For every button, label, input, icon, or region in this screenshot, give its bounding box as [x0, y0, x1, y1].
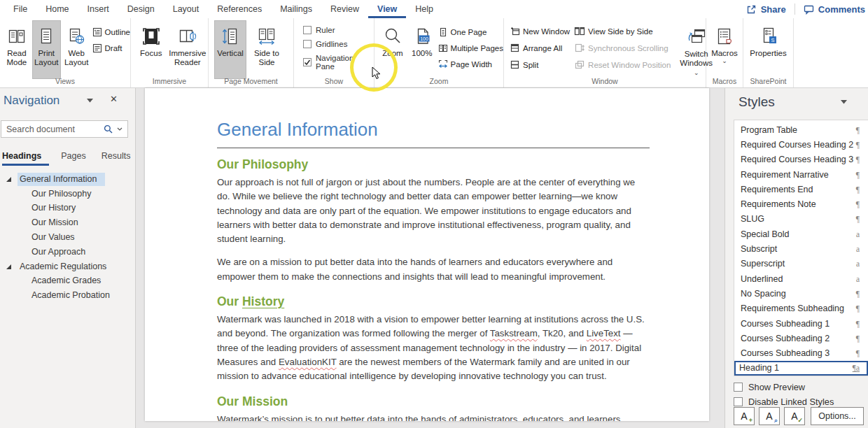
checkbox-unchecked-icon [734, 383, 743, 392]
nav-tab-pages[interactable]: Pages [53, 148, 93, 166]
group-page-movement: Vertical Side to Side Page Movement [209, 18, 294, 87]
tab-design[interactable]: Design [118, 0, 164, 18]
close-icon[interactable]: ✕ [110, 94, 118, 104]
nav-item-general-information[interactable]: General Information [0, 172, 134, 187]
nav-item-academic-regulations[interactable]: Academic Regulations [0, 259, 134, 274]
draft-button[interactable]: Draft [92, 41, 130, 55]
word-window: File Home Insert Design Layout Reference… [0, 0, 868, 428]
immersive-reader-icon [177, 24, 198, 48]
one-page-button[interactable]: One Page [438, 25, 503, 38]
split-icon [510, 59, 520, 70]
immersive-reader-button[interactable]: Immersive Reader [167, 20, 208, 79]
style-item-superscript[interactable]: Superscripta [734, 257, 868, 271]
collapse-triangle-icon[interactable] [6, 264, 11, 269]
styles-pane: Styles Program Table¶ Required Courses H… [724, 88, 868, 428]
style-item-courses-subheading-3[interactable]: Courses Subheading 3¶ [734, 345, 868, 360]
style-item-no-spacing[interactable]: No Spacing¶ [734, 286, 868, 301]
navigation-pane-title: Navigation [4, 94, 59, 108]
nav-item-our-approach[interactable]: Our Approach [0, 245, 134, 259]
manage-styles-button[interactable]: A✓ [784, 407, 805, 425]
nav-item-our-values[interactable]: Our Values [0, 230, 134, 245]
view-side-by-side-button[interactable]: View Side by Side [574, 24, 671, 38]
magnifier-icon: ⌕ [774, 418, 778, 424]
page-width-button[interactable]: Page Width [438, 57, 503, 71]
macros-button[interactable]: Macros ⌄ [707, 20, 742, 79]
tab-review[interactable]: Review [321, 0, 368, 18]
zoom-100-icon: 100 [412, 24, 433, 48]
chevron-down-icon: ⌄ [722, 58, 727, 64]
new-window-button[interactable]: New Window [510, 24, 570, 38]
style-inspector-button[interactable]: A⌕ [759, 407, 780, 425]
style-item-program-table[interactable]: Program Table¶ [734, 122, 868, 137]
tab-layout[interactable]: Layout [164, 0, 209, 18]
vertical-icon [220, 24, 241, 48]
print-layout-icon [36, 24, 57, 48]
search-input[interactable] [5, 124, 104, 135]
tab-home[interactable]: Home [36, 0, 78, 18]
style-item-heading-1[interactable]: Heading 1¶a [734, 361, 868, 376]
share-button[interactable]: Share [738, 0, 794, 18]
style-item-subscript[interactable]: Subscripta [734, 241, 868, 256]
tab-insert[interactable]: Insert [78, 0, 118, 18]
comments-button[interactable]: Comments [795, 0, 868, 18]
style-item-required-courses-heading-2[interactable]: Required Courses Heading 2¶ [734, 137, 868, 152]
style-item-requirements-end[interactable]: Requirements End¶ [734, 182, 868, 197]
properties-button[interactable]: S Properties [747, 20, 790, 79]
nav-tab-results[interactable]: Results [94, 148, 139, 166]
page-width-icon [438, 59, 448, 69]
nav-item-academic-probation[interactable]: Academic Probation [0, 288, 134, 303]
nav-item-our-philosophy[interactable]: Our Philosophy [0, 187, 134, 201]
nav-item-academic-grades[interactable]: Academic Grades [0, 274, 134, 289]
group-label-window: Window [504, 77, 706, 85]
arrange-all-button[interactable]: Arrange All [510, 41, 570, 55]
search-icon[interactable] [104, 124, 113, 134]
outline-button[interactable]: Outline [92, 25, 130, 38]
tab-file[interactable]: File [4, 0, 36, 18]
tab-help[interactable]: Help [406, 0, 442, 18]
ruler-checkbox[interactable]: Ruler [303, 26, 374, 34]
history-heading: Our History [217, 294, 650, 309]
history-heading-underlined: History [242, 294, 284, 308]
style-item-courses-subheading-2[interactable]: Courses Subheading 2¶ [734, 331, 868, 345]
nav-item-our-history[interactable]: Our History [0, 201, 134, 216]
tab-view[interactable]: View [368, 0, 406, 18]
print-layout-button[interactable]: Print Layout [32, 20, 61, 79]
style-item-underlined[interactable]: Underlineda [734, 271, 868, 286]
tab-references[interactable]: References [208, 0, 271, 18]
disable-linked-styles-checkbox[interactable]: Disable Linked Styles [734, 397, 834, 407]
mission-heading: Our Mission [217, 394, 650, 409]
nav-item-our-mission[interactable]: Our Mission [0, 215, 134, 230]
share-icon [746, 4, 757, 15]
synchronous-scrolling-button: Synchronous Scrolling [574, 41, 671, 55]
style-item-requirements-note[interactable]: Requirements Note¶ [734, 197, 868, 211]
styles-options-button[interactable]: Options... [811, 407, 864, 425]
nav-tab-headings[interactable]: Headings [2, 148, 49, 166]
collapse-triangle-icon[interactable] [6, 177, 11, 182]
plus-icon: + [749, 418, 752, 424]
group-window: New Window Arrange All Split View Side b… [504, 18, 706, 87]
search-options-chevron-icon[interactable] [117, 127, 122, 131]
document-page[interactable]: General Information Our Philosophy Our a… [145, 88, 709, 421]
styles-pane-menu-icon[interactable] [841, 100, 847, 104]
web-layout-button[interactable]: Web Layout [62, 20, 91, 79]
style-item-slug[interactable]: SLUG¶ [734, 212, 868, 227]
navigation-pane-menu-icon[interactable] [87, 99, 93, 103]
view-side-by-side-icon [574, 26, 585, 36]
vertical-button[interactable]: Vertical [214, 20, 246, 79]
read-mode-button[interactable]: Read Mode [3, 20, 31, 79]
split-button[interactable]: Split [510, 58, 570, 71]
zoom-100-button[interactable]: 100 100% [408, 20, 436, 79]
web-layout-icon [66, 24, 87, 48]
tab-mailings[interactable]: Mailings [271, 0, 321, 18]
style-item-requirement-narrative[interactable]: Requirement Narrative¶ [734, 167, 868, 182]
style-item-requirements-subheading[interactable]: Requirements Subheading¶ [734, 301, 868, 316]
multiple-pages-button[interactable]: Multiple Pages [438, 41, 503, 55]
side-to-side-icon [256, 24, 277, 48]
style-item-special-bold[interactable]: Special Bolda [734, 227, 868, 241]
style-item-courses-subheading-1[interactable]: Courses Subheading 1¶ [734, 316, 868, 331]
side-to-side-button[interactable]: Side to Side [249, 20, 284, 79]
style-item-required-courses-heading-3[interactable]: Required Courses Heading 3¶ [734, 152, 868, 167]
focus-button[interactable]: Focus [136, 20, 166, 79]
show-preview-checkbox[interactable]: Show Preview [734, 382, 805, 392]
new-style-button[interactable]: A+ [734, 407, 755, 425]
